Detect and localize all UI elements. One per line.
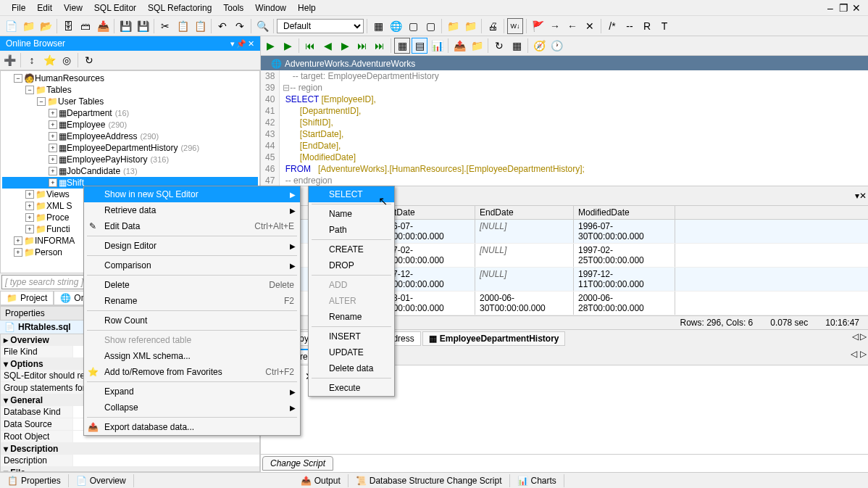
ctx-edit-data[interactable]: ✎Edit DataCtrl+Alt+E (84, 218, 300, 234)
tabs-next-icon[interactable]: ▷ (860, 331, 867, 346)
tree-user-tables[interactable]: −📁User Tables (2, 96, 258, 107)
sub-execute[interactable]: Execute (309, 380, 394, 396)
refresh-icon[interactable]: ↻ (81, 52, 97, 68)
sub-insert[interactable]: INSERT (309, 328, 394, 344)
ctx-delete[interactable]: DeleteDelete (84, 277, 300, 293)
ctx-expand[interactable]: Expand▶ (84, 384, 300, 400)
copy-icon[interactable]: 📋 (175, 18, 191, 34)
ctx-show-new-sql[interactable]: Show in new SQL Editor▶ (84, 186, 300, 202)
ctx-favorites[interactable]: ⭐Add to/Remove from FavoritesCtrl+F2 (84, 364, 300, 380)
panel-pin-icon[interactable]: 📌 (236, 39, 246, 49)
tree-tables[interactable]: −📁Tables (2, 84, 258, 96)
menu-view[interactable]: View (58, 1, 88, 15)
clock-icon[interactable]: 🕐 (548, 38, 564, 54)
panel-dropdown-icon[interactable]: ▾ (230, 39, 235, 49)
menu-sql-refactoring[interactable]: SQL Refactoring (142, 1, 217, 15)
tab-project[interactable]: 📁Project (0, 291, 54, 305)
sub-select[interactable]: SELECT (309, 186, 394, 202)
wb-icon[interactable]: W↓ (507, 18, 523, 34)
sb-dbchange[interactable]: 📜Database Structure Change Script (349, 474, 510, 487)
col-enddate[interactable]: EndDate (475, 206, 574, 219)
sub-rename[interactable]: Rename (309, 309, 394, 325)
new-icon[interactable]: 📄 (3, 18, 19, 34)
clear-flags-icon[interactable]: ✕ (582, 18, 598, 34)
nav-first-icon[interactable]: ⏮ (302, 38, 318, 54)
dashes-icon[interactable]: -- (622, 18, 638, 34)
box2-icon[interactable]: ▢ (422, 18, 438, 34)
grid-icon[interactable]: ▦ (370, 18, 386, 34)
ctx-assign-xml[interactable]: Assign XML schema... (84, 348, 300, 364)
sb-output[interactable]: 📤Output (293, 474, 349, 487)
import-icon[interactable]: 📥 (95, 18, 111, 34)
menu-help[interactable]: Help (292, 1, 322, 15)
folder-icon[interactable]: 📁 (445, 18, 461, 34)
nav-next-icon[interactable]: ▶ (337, 38, 353, 54)
close-icon[interactable]: ✕ (851, 2, 862, 14)
sub-create[interactable]: CREATE (309, 241, 394, 257)
ctx-rowcount[interactable]: Row Count (84, 313, 300, 328)
r-icon[interactable]: R (639, 18, 655, 34)
tree-employee[interactable]: +▦Employee(290) (2, 119, 258, 131)
sub-update[interactable]: UPDATE (309, 344, 394, 360)
sql-tabs-next-icon[interactable]: ▷ (860, 349, 867, 363)
sb-overview[interactable]: 📄Overview (69, 474, 134, 487)
find-icon[interactable]: 🔍 (254, 18, 270, 34)
minimize-icon[interactable]: – (825, 2, 836, 14)
tree-jobcandidate[interactable]: +▦JobCandidate(13) (2, 165, 258, 177)
ctx-export[interactable]: 📤Export database data... (84, 419, 300, 435)
tree-humanresources[interactable]: −🧑HumanResources (2, 73, 258, 84)
tree-edh[interactable]: +▦EmployeeDepartmentHistory(296) (2, 142, 258, 154)
export2-icon[interactable]: 📁 (469, 38, 485, 54)
run-single-icon[interactable]: ▶ (280, 38, 296, 54)
sub-path[interactable]: Path (309, 222, 394, 238)
db-icon[interactable]: 🗄 (60, 18, 76, 34)
change-script-tab[interactable]: Change Script (262, 456, 333, 471)
db2-icon[interactable]: 🗃 (78, 18, 93, 34)
nav-icon[interactable]: ↕ (24, 52, 40, 68)
add-icon[interactable]: ➕ (1, 52, 17, 68)
project-icon[interactable]: 📁 (20, 18, 36, 34)
sb-charts[interactable]: 📊Charts (510, 474, 564, 487)
nav-last-icon[interactable]: ⏭ (354, 38, 370, 54)
nav-prev-icon[interactable]: ◀ (320, 38, 335, 54)
menu-edit[interactable]: Edit (31, 1, 58, 15)
result-tab-edh[interactable]: ▦EmployeeDepartmentHistory (422, 331, 566, 346)
export-icon[interactable]: 📤 (451, 38, 467, 54)
compass-icon[interactable]: 🧭 (531, 38, 547, 54)
sql-tabs-prev-icon[interactable]: ◁ (851, 349, 857, 363)
sql-editor[interactable]: 38394041424344454647 -- target: Employee… (261, 70, 868, 186)
menu-sql-editor[interactable]: SQL Editor (88, 1, 142, 15)
target-icon[interactable]: ◎ (59, 52, 75, 68)
menu-window[interactable]: Window (249, 1, 292, 15)
panel-close-icon[interactable]: ✕ (859, 191, 867, 201)
col-modifieddate[interactable]: ModifiedDate (574, 206, 675, 219)
panel-close-icon[interactable]: ✕ (248, 39, 254, 49)
ctx-collapse[interactable]: Collapse▶ (84, 400, 300, 415)
sb-properties[interactable]: 📋Properties (0, 474, 69, 487)
box-icon[interactable]: ▢ (405, 18, 421, 34)
save-icon[interactable]: 💾 (117, 18, 133, 34)
grid-view-icon[interactable]: ▦ (394, 38, 410, 54)
print-icon[interactable]: 🖨 (485, 18, 501, 34)
browse-icon[interactable]: 🌐 (388, 18, 404, 34)
sub-delete-data[interactable]: Delete data (309, 360, 394, 376)
cut-icon[interactable]: ✂ (157, 18, 173, 34)
tabs-prev-icon[interactable]: ◁ (852, 331, 859, 346)
nav-end-icon[interactable]: ⏭ (372, 38, 388, 54)
t-icon[interactable]: T (656, 18, 672, 34)
config-combo[interactable]: Default (277, 19, 364, 33)
chart-view-icon[interactable]: 📊 (429, 38, 445, 54)
form-view-icon[interactable]: ▤ (412, 38, 427, 54)
next-flag-icon[interactable]: → (547, 18, 563, 34)
menu-tools[interactable]: Tools (217, 1, 249, 15)
undo-icon[interactable]: ↶ (214, 18, 230, 34)
ctx-design[interactable]: Design Editor▶ (84, 238, 300, 254)
run-icon[interactable]: ▶ (262, 38, 278, 54)
prev-flag-icon[interactable]: ← (564, 18, 580, 34)
editor-tab[interactable]: 🌐AdventureWorks.AdventureWorks (264, 57, 865, 70)
tree-department[interactable]: +▦Department(16) (2, 107, 258, 119)
refresh-results-icon[interactable]: ↻ (491, 38, 507, 54)
ctx-retrieve[interactable]: Retrieve data▶ (84, 202, 300, 218)
comment-icon[interactable]: /* (604, 18, 620, 34)
flag-icon[interactable]: 🚩 (530, 18, 546, 34)
